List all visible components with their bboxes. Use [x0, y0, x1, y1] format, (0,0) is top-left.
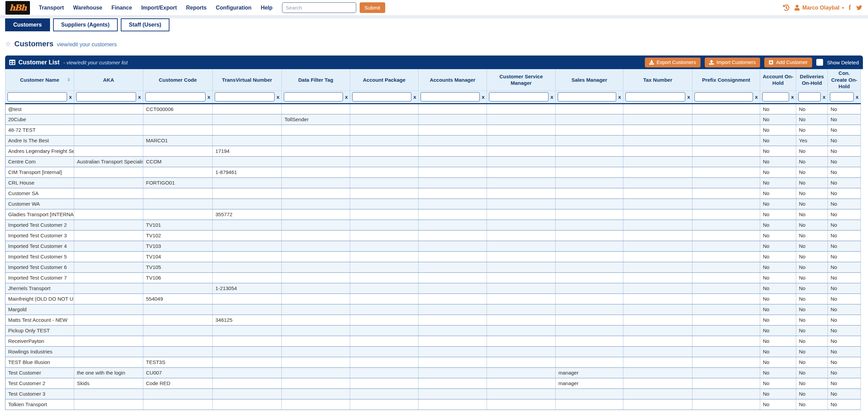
column-header-accounts-manager[interactable]: Accounts Manager — [419, 69, 487, 91]
search-submit-button[interactable]: Submit — [360, 2, 385, 13]
menu-item-configuration[interactable]: Configuration — [216, 5, 251, 11]
column-header-prefix-consignment[interactable]: Prefix Consignment — [692, 69, 760, 91]
table-row[interactable]: ReceiverPaytonNoNoNo — [5, 336, 861, 346]
tab-staff-users[interactable]: Staff (Users) — [121, 18, 169, 31]
table-row[interactable]: 20CubeTollSenderNoNoNo — [5, 114, 861, 125]
filter-input-deliveries-on-hold[interactable] — [798, 92, 821, 101]
table-row[interactable]: Mainfreight (OLD DO NOT US554049NoNoNo — [5, 294, 861, 304]
add-customer-button[interactable]: Add Customer — [764, 58, 812, 67]
menu-item-transport[interactable]: Transport — [39, 5, 64, 11]
filter-clear-button[interactable]: x — [413, 94, 416, 100]
filter-input-customer-code[interactable] — [145, 92, 206, 101]
tab-suppliers-agents[interactable]: Suppliers (Agents) — [53, 18, 118, 31]
filter-clear-button[interactable]: x — [823, 94, 825, 100]
filter-input-customer-name[interactable] — [7, 92, 67, 101]
table-row[interactable]: Imported Test Customer 5TV104NoNoNo — [5, 251, 861, 262]
filter-input-transvirtual-number[interactable] — [215, 92, 275, 101]
filter-clear-button[interactable]: x — [856, 94, 858, 100]
filter-clear-button[interactable]: x — [138, 94, 141, 100]
column-header-deliveries-on-hold[interactable]: Deliveries On-Hold — [796, 69, 828, 91]
cell — [213, 304, 282, 315]
column-header-customer-code[interactable]: Customer Code — [143, 69, 213, 91]
history-icon[interactable] — [783, 4, 789, 11]
column-header-aka[interactable]: AKA — [74, 69, 143, 91]
table-row[interactable]: Andre Is The BestMARCO1NoYesNo — [5, 135, 861, 146]
filter-input-accounts-manager[interactable] — [421, 92, 480, 101]
table-row[interactable]: Imported Test Customer 2TV101NoNoNo — [5, 220, 861, 230]
filter-clear-button[interactable]: x — [345, 94, 348, 100]
table-row[interactable]: Customer WANoNoNo — [5, 199, 861, 209]
filter-input-data-filter-tag[interactable] — [284, 92, 343, 101]
table-row[interactable]: 48-72 TESTNoNoNo — [5, 125, 861, 135]
table-row[interactable]: Imported Test Customer 6TV105NoNoNo — [5, 262, 861, 272]
column-header-data-filter-tag[interactable]: Data Filter Tag — [282, 69, 350, 91]
search-input[interactable] — [282, 2, 356, 13]
table-row[interactable]: @testCCT000006NoNoNo — [5, 104, 861, 114]
filter-clear-button[interactable]: x — [482, 94, 485, 100]
column-header-tax-number[interactable]: Tax Number — [623, 69, 692, 91]
table-row[interactable]: Gladies Transport [INTERNAL355772NoNoNo — [5, 209, 861, 220]
app-logo[interactable]: hBh — [5, 1, 30, 15]
table-row[interactable]: Jherriels Transport1-213054NoNoNo — [5, 283, 861, 294]
cell: No — [796, 272, 828, 283]
filter-clear-button[interactable]: x — [687, 94, 690, 100]
filter-clear-button[interactable]: x — [755, 94, 758, 100]
cell: No — [796, 209, 828, 220]
cell — [143, 188, 213, 199]
filter-input-customer-service-manager[interactable] — [489, 92, 548, 101]
cell — [556, 272, 623, 283]
filter-clear-button[interactable]: x — [208, 94, 210, 100]
filter-input-prefix-consignment[interactable] — [694, 92, 753, 101]
table-row[interactable]: Rowlings IndustriesNoNoNo — [5, 346, 861, 357]
filter-input-con-create-on-hold[interactable] — [830, 92, 854, 101]
menu-item-finance[interactable]: Finance — [111, 5, 132, 11]
table-row[interactable]: Imported Test Customer 7TV106NoNoNo — [5, 272, 861, 283]
table-row[interactable]: TEST Blue IllusionTEST3SNoNoNo — [5, 357, 861, 367]
column-header-customer-name[interactable]: Customer Name — [5, 69, 74, 91]
import-customers-button[interactable]: Import Customers — [705, 58, 760, 67]
column-header-customer-service-manager[interactable]: Customer Service Manager — [487, 69, 556, 91]
cell — [350, 304, 419, 315]
export-customers-button[interactable]: Export Customers — [645, 58, 701, 67]
menu-item-reports[interactable]: Reports — [186, 5, 207, 11]
show-deleted-checkbox[interactable] — [816, 59, 823, 66]
column-header-con-create-on-hold[interactable]: Con. Create On-Hold — [828, 69, 861, 91]
menu-item-help[interactable]: Help — [261, 5, 273, 11]
column-header-account-on-hold[interactable]: Account On-Hold — [760, 69, 796, 91]
column-header-account-package[interactable]: Account Package — [350, 69, 419, 91]
table-row[interactable]: Tolkien TransportNoNoNo — [5, 399, 861, 410]
filter-input-sales-manager[interactable] — [558, 92, 616, 101]
table-row[interactable]: Customer SANoNoNo — [5, 188, 861, 199]
favorite-star-icon[interactable]: ☆ — [5, 40, 11, 48]
table-row[interactable]: MargoldNoNoNo — [5, 304, 861, 315]
table-row[interactable]: Matts Test Account - NEW346125NoNoNo — [5, 315, 861, 325]
user-menu[interactable]: Marco Olaybal ▾ — [794, 5, 844, 11]
table-row[interactable]: Andres Legendary Freight Se17194NoNoNo — [5, 146, 861, 156]
sort-icon[interactable] — [67, 78, 70, 82]
filter-clear-button[interactable]: x — [551, 94, 553, 100]
filter-input-account-on-hold[interactable] — [762, 92, 789, 101]
menu-item-warehouse[interactable]: Warehouse — [73, 5, 102, 11]
column-header-transvirtual-number[interactable]: TransVirtual Number — [213, 69, 282, 91]
filter-clear-button[interactable]: x — [69, 94, 72, 100]
facebook-icon[interactable]: f — [849, 4, 851, 12]
table-row[interactable]: Imported Test Customer 3TV102NoNoNo — [5, 230, 861, 241]
filter-clear-button[interactable]: x — [791, 94, 794, 100]
filter-input-tax-number[interactable] — [625, 92, 685, 101]
filter-input-aka[interactable] — [76, 92, 136, 101]
twitter-icon[interactable] — [856, 5, 863, 11]
table-row[interactable]: Test Customer 3NoNoNo — [5, 389, 861, 399]
menu-item-import-export[interactable]: Import/Export — [141, 5, 177, 11]
table-row[interactable]: CRL HouseFORTIGO01NoNoNo — [5, 177, 861, 188]
column-header-sales-manager[interactable]: Sales Manager — [556, 69, 623, 91]
table-row[interactable]: Imported Test Customer 4TV103NoNoNo — [5, 241, 861, 251]
table-row[interactable]: Test Customerthe one with the loginCU007… — [5, 367, 861, 378]
table-row[interactable]: Centre ComAustralian Transport Specialis… — [5, 156, 861, 167]
filter-clear-button[interactable]: x — [277, 94, 279, 100]
table-row[interactable]: CIM Transport [Internal]1-879461NoNoNo — [5, 167, 861, 177]
table-row[interactable]: Pickup Only TESTNoNoNo — [5, 325, 861, 336]
filter-input-account-package[interactable] — [352, 92, 411, 101]
tab-customers[interactable]: Customers — [5, 18, 50, 31]
table-row[interactable]: Test Customer 2SkidsCode REDmanagerNoNoN… — [5, 378, 861, 389]
filter-clear-button[interactable]: x — [618, 94, 621, 100]
